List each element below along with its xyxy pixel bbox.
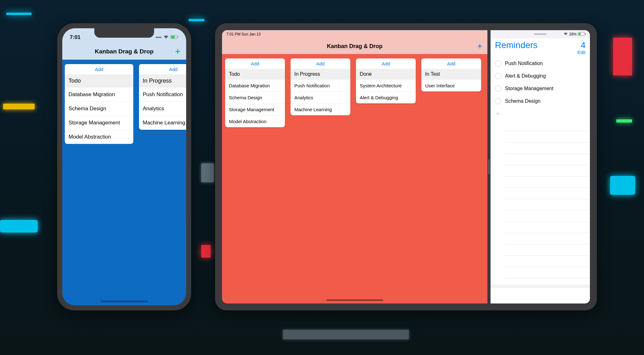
status-time-date: 7:01 PM Sun Jan 13 [226,32,261,36]
battery-percent: 26% [569,32,577,36]
ipad-kanban-board[interactable]: Add Todo Database Migration Schema Desig… [222,54,487,127]
column-add-button[interactable]: Add [356,58,416,69]
app-title: Kanban Drag & Drop [95,48,154,55]
reminder-checkbox[interactable] [495,85,501,92]
kanban-card[interactable]: Machine Learning [139,116,186,130]
kanban-column-in-progress[interactable]: Add In Progress Push Notification Analyt… [139,64,186,130]
reminders-app: 26% Reminders 4 Edit Push Notification [491,30,590,303]
reminder-checkbox[interactable] [495,73,501,79]
column-add-button[interactable]: Add [421,58,481,69]
app-title: Kanban Drag & Drop [327,43,382,50]
signal-icon: •••• [155,35,162,40]
ipad-kanban-app: 7:01 PM Sun Jan 13 Kanban Drag & Drop + … [222,30,487,303]
kanban-card[interactable]: Push Notification [291,79,350,91]
kanban-column-in-test[interactable]: Add In Test User Interface [421,58,481,91]
reminders-footer [491,288,590,303]
status-time: 7:01 [70,34,80,41]
ipad-device-frame: 7:01 PM Sun Jan 13 Kanban Drag & Drop + … [215,23,597,310]
kanban-card[interactable]: Model Abstraction [225,115,285,127]
reminder-item[interactable]: Alert & Debugging [491,70,590,82]
reminder-text: Push Notification [505,61,543,66]
reminder-checkbox[interactable] [495,60,501,67]
column-header: Todo [225,69,285,79]
column-add-button[interactable]: Add [291,58,350,69]
reminders-title: Reminders [495,40,537,50]
reminder-checkbox[interactable] [495,98,501,104]
iphone-nav-bar: Kanban Drag & Drop + [62,43,186,60]
svg-rect-5 [585,33,586,35]
column-header: In Progress [291,69,350,79]
kanban-card[interactable]: Analytics [291,91,350,103]
grabber-handle[interactable] [534,33,547,35]
column-add-button[interactable]: Add [65,64,133,74]
kanban-card[interactable]: Analytics [139,101,186,116]
kanban-card[interactable]: Machine Learning [291,103,350,115]
split-view-divider[interactable] [487,30,491,303]
column-header: Todo [65,74,133,87]
reminder-item[interactable]: Storage Management [491,82,590,95]
wifi-icon [564,32,568,36]
kanban-card[interactable]: Database Migration [225,79,285,91]
reminders-empty-lines [491,120,590,285]
reminders-header: Reminders 4 Edit [491,38,590,57]
svg-rect-2 [178,36,178,38]
reminder-text: Storage Management [505,86,553,91]
kanban-card[interactable]: User Interface [421,79,481,91]
add-reminder-button[interactable]: + [491,107,590,120]
column-add-button[interactable]: Add [225,58,285,69]
svg-rect-4 [579,33,580,35]
reminder-text: Schema Design [505,98,541,104]
iphone-screen: 7:01 •••• Kanban Drag & Drop + Add Todo … [62,28,186,305]
add-column-button[interactable]: + [477,42,482,51]
kanban-card[interactable]: Push Notification [139,87,186,101]
ipad-screen: 7:01 PM Sun Jan 13 Kanban Drag & Drop + … [222,30,590,303]
column-header: In Test [421,69,481,79]
column-header: In Progress [139,74,186,87]
home-indicator[interactable] [101,301,148,302]
battery-icon [170,35,179,40]
home-indicator[interactable] [326,299,383,301]
reminder-item[interactable]: Schema Design [491,95,590,107]
kanban-card[interactable]: Model Abstraction [65,130,133,144]
battery-icon [578,32,586,37]
column-header: Done [356,69,416,79]
status-icons: •••• [155,35,179,40]
kanban-column-done[interactable]: Add Done System Architecture Alert & Deb… [356,58,416,103]
kanban-card[interactable]: Database Migration [65,87,133,101]
iphone-notch [94,28,154,38]
kanban-card[interactable]: Schema Design [225,91,285,103]
add-column-button[interactable]: + [175,47,180,56]
ipad-nav-bar: Kanban Drag & Drop + [222,38,487,54]
ipad-status-bar: 7:01 PM Sun Jan 13 [222,30,487,38]
kanban-card[interactable]: Schema Design [65,101,133,116]
wifi-icon [164,35,169,40]
iphone-device-frame: 7:01 •••• Kanban Drag & Drop + Add Todo … [57,23,191,310]
reminders-list: Push Notification Alert & Debugging Stor… [491,57,590,120]
kanban-card[interactable]: System Architecture [356,79,416,91]
kanban-column-todo[interactable]: Add Todo Database Migration Schema Desig… [225,58,285,127]
kanban-card[interactable]: Storage Management [65,116,133,130]
edit-button[interactable]: Edit [577,50,586,55]
kanban-column-todo[interactable]: Add Todo Database Migration Schema Desig… [65,64,133,144]
reminder-text: Alert & Debugging [505,73,546,79]
svg-rect-1 [171,36,175,38]
reminder-item[interactable]: Push Notification [491,57,590,70]
kanban-column-in-progress[interactable]: Add In Progress Push Notification Analyt… [291,58,350,115]
kanban-card[interactable]: Storage Management [225,103,285,115]
column-add-button[interactable]: Add [139,64,186,74]
iphone-kanban-board[interactable]: Add Todo Database Migration Schema Desig… [62,60,186,144]
plus-icon: + [495,111,501,117]
reminders-count: 4 [577,41,586,50]
kanban-card[interactable]: Alert & Debugging [356,91,416,103]
